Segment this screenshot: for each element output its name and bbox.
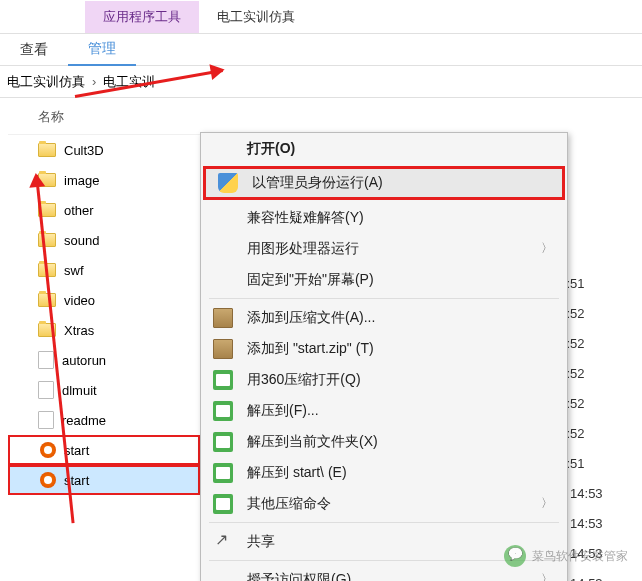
360-icon	[213, 463, 233, 483]
chevron-right-icon: 〉	[541, 240, 553, 257]
360-icon	[213, 401, 233, 421]
folder-icon	[38, 233, 56, 247]
menu-other-compress[interactable]: 其他压缩命令〉	[201, 488, 567, 519]
menu-open[interactable]: 打开(O)	[201, 133, 567, 164]
menu-extract-to[interactable]: 解压到(F)...	[201, 395, 567, 426]
menu-add-zip[interactable]: 添加到 "start.zip" (T)	[201, 333, 567, 364]
view-tab[interactable]: 查看	[0, 35, 68, 65]
folder-row[interactable]: video	[8, 285, 200, 315]
share-icon	[213, 532, 233, 552]
file-row[interactable]: readme	[8, 405, 200, 435]
folder-icon	[38, 263, 56, 277]
folder-row[interactable]: other	[8, 195, 200, 225]
file-icon	[38, 381, 54, 399]
breadcrumb-seg-2[interactable]: 电工实训	[100, 73, 158, 91]
menu-compat[interactable]: 兼容性疑难解答(Y)	[201, 202, 567, 233]
folder-row[interactable]: sound	[8, 225, 200, 255]
folder-icon	[38, 173, 56, 187]
watermark: 菜鸟软件安装管家	[504, 545, 628, 567]
menu-label: 解压到(F)...	[247, 402, 553, 420]
menu-label: 固定到"开始"屏幕(P)	[247, 271, 553, 289]
folder-row[interactable]: Cult3D	[8, 135, 200, 165]
file-name: Xtras	[64, 323, 94, 338]
file-name: start	[64, 443, 89, 458]
menu-label: 解压到当前文件夹(X)	[247, 433, 553, 451]
empty-icon	[213, 139, 233, 159]
file-icon	[38, 351, 54, 369]
file-name: start	[64, 473, 89, 488]
empty-icon	[213, 239, 233, 259]
breadcrumb[interactable]: 电工实训仿真 › 电工实训	[0, 66, 642, 98]
ribbon-spacer	[0, 19, 85, 33]
menu-label: 添加到 "start.zip" (T)	[247, 340, 553, 358]
folder-row[interactable]: swf	[8, 255, 200, 285]
exe-icon	[40, 442, 56, 458]
exe-row-start-2-selected[interactable]: start	[8, 465, 200, 495]
file-row[interactable]: dlmuit	[8, 375, 200, 405]
contextual-tab[interactable]: 应用程序工具	[85, 1, 199, 33]
360-icon	[213, 370, 233, 390]
file-icon	[38, 411, 54, 429]
chevron-right-icon: 〉	[541, 571, 553, 581]
chevron-right-icon: 〉	[541, 495, 553, 512]
menu-extract-start[interactable]: 解压到 start\ (E)	[201, 457, 567, 488]
folder-icon	[38, 293, 56, 307]
file-name: dlmuit	[62, 383, 97, 398]
menu-run-as-admin[interactable]: 以管理员身份运行(A)	[203, 166, 565, 200]
breadcrumb-seg-1[interactable]: 电工实训仿真	[4, 73, 88, 91]
file-name: Cult3D	[64, 143, 104, 158]
column-header-name[interactable]: 名称	[8, 98, 200, 135]
360-icon	[213, 432, 233, 452]
menu-label: 授予访问权限(G)	[247, 571, 541, 582]
folder-row[interactable]: Xtras	[8, 315, 200, 345]
file-name: sound	[64, 233, 99, 248]
toolbar: 查看 管理	[0, 34, 642, 66]
watermark-text: 菜鸟软件安装管家	[532, 548, 628, 565]
menu-label: 添加到压缩文件(A)...	[247, 309, 553, 327]
exe-icon	[40, 472, 56, 488]
menu-label: 用图形处理器运行	[247, 240, 541, 258]
menu-label: 以管理员身份运行(A)	[252, 174, 548, 192]
menu-label: 用360压缩打开(Q)	[247, 371, 553, 389]
folder-icon	[38, 203, 56, 217]
menu-label: 解压到 start\ (E)	[247, 464, 553, 482]
file-name: readme	[62, 413, 106, 428]
menu-separator	[209, 298, 559, 299]
empty-icon	[213, 208, 233, 228]
menu-separator	[209, 522, 559, 523]
file-name: video	[64, 293, 95, 308]
menu-gpu[interactable]: 用图形处理器运行〉	[201, 233, 567, 264]
ribbon-tabs: 应用程序工具 电工实训仿真	[0, 0, 642, 34]
menu-extract-here[interactable]: 解压到当前文件夹(X)	[201, 426, 567, 457]
menu-pin[interactable]: 固定到"开始"屏幕(P)	[201, 264, 567, 295]
content-area: 名称 Cult3D image other sound swf video Xt…	[0, 98, 642, 495]
archive-icon	[213, 308, 233, 328]
folder-icon	[38, 143, 56, 157]
menu-open-360[interactable]: 用360压缩打开(Q)	[201, 364, 567, 395]
empty-icon	[213, 270, 233, 290]
menu-label: 其他压缩命令	[247, 495, 541, 513]
folder-icon	[38, 323, 56, 337]
window-title: 电工实训仿真	[199, 1, 313, 33]
manage-tab[interactable]: 管理	[68, 34, 136, 66]
file-name: image	[64, 173, 99, 188]
menu-add-archive[interactable]: 添加到压缩文件(A)...	[201, 302, 567, 333]
file-name: autorun	[62, 353, 106, 368]
menu-label: 打开(O)	[247, 140, 553, 158]
file-list: 名称 Cult3D image other sound swf video Xt…	[0, 98, 200, 495]
folder-row[interactable]: image	[8, 165, 200, 195]
360-icon	[213, 494, 233, 514]
context-menu: 打开(O) 以管理员身份运行(A) 兼容性疑难解答(Y) 用图形处理器运行〉 固…	[200, 132, 568, 581]
menu-label: 兼容性疑难解答(Y)	[247, 209, 553, 227]
archive-icon	[213, 339, 233, 359]
exe-row-start-1[interactable]: start	[8, 435, 200, 465]
file-name: other	[64, 203, 94, 218]
chevron-right-icon: ›	[88, 74, 100, 89]
file-name: swf	[64, 263, 84, 278]
file-row[interactable]: autorun	[8, 345, 200, 375]
shield-icon	[218, 173, 238, 193]
empty-icon	[213, 570, 233, 582]
wechat-icon	[504, 545, 526, 567]
